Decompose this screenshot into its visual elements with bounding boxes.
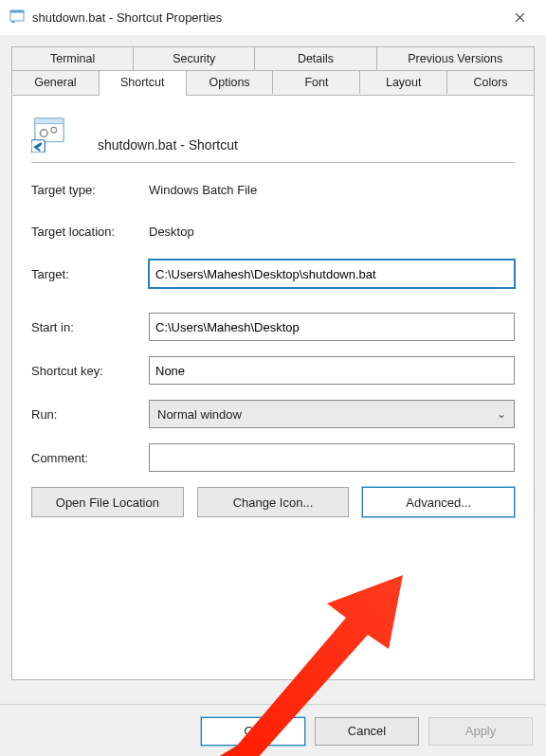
label-target: Target:	[31, 267, 149, 281]
close-icon	[515, 12, 525, 23]
advanced-button[interactable]: Advanced...	[362, 487, 515, 517]
tab-options[interactable]: Options	[186, 70, 274, 94]
apply-button[interactable]: Apply	[428, 717, 533, 746]
tab-panel-shortcut: shutdown.bat - Shortcut Target type: Win…	[11, 95, 535, 680]
start-in-input[interactable]	[149, 313, 515, 341]
ok-button[interactable]: OK	[201, 717, 305, 746]
tab-shortcut[interactable]: Shortcut	[99, 70, 187, 96]
svg-rect-3	[35, 118, 64, 124]
tab-strip: Terminal Security Details Previous Versi…	[11, 46, 535, 96]
dialog-body: Terminal Security Details Previous Versi…	[0, 35, 546, 704]
properties-dialog: shutdown.bat - Shortcut Properties Termi…	[0, 0, 546, 756]
open-file-location-button[interactable]: Open File Location	[31, 487, 184, 517]
shortcut-header: shutdown.bat - Shortcut	[31, 117, 515, 153]
tab-previous-versions[interactable]: Previous Versions	[376, 46, 535, 70]
cancel-button[interactable]: Cancel	[315, 717, 419, 746]
shortcut-name: shutdown.bat - Shortcut	[98, 137, 238, 153]
tab-colors[interactable]: Colors	[446, 70, 535, 94]
tab-details[interactable]: Details	[254, 46, 376, 70]
svg-rect-1	[10, 10, 24, 13]
shortcut-icon	[31, 117, 67, 153]
target-input[interactable]	[149, 260, 515, 288]
shortcut-key-input[interactable]	[149, 356, 515, 385]
label-start-in: Start in:	[31, 320, 149, 334]
value-target-type: Windows Batch File	[149, 183, 257, 197]
change-icon-button[interactable]: Change Icon...	[197, 487, 350, 517]
window-title: shutdown.bat - Shortcut Properties	[32, 10, 499, 25]
label-run: Run:	[31, 407, 149, 422]
dialog-footer: OK Cancel Apply	[0, 704, 546, 756]
tab-layout[interactable]: Layout	[359, 70, 447, 94]
label-comment: Comment:	[31, 451, 149, 465]
run-select[interactable]: Normal window ⌄	[149, 400, 515, 428]
label-target-location: Target location:	[31, 225, 149, 239]
label-shortcut-key: Shortcut key:	[31, 364, 149, 378]
tab-general[interactable]: General	[11, 70, 100, 94]
run-select-value: Normal window	[157, 407, 242, 422]
label-target-type: Target type:	[31, 183, 149, 197]
shortcut-actions: Open File Location Change Icon... Advanc…	[31, 487, 515, 517]
window-icon	[9, 9, 25, 25]
tab-font[interactable]: Font	[272, 70, 360, 94]
chevron-down-icon: ⌄	[497, 407, 506, 421]
close-button[interactable]	[499, 3, 540, 31]
tab-security[interactable]: Security	[133, 46, 255, 70]
comment-input[interactable]	[149, 443, 515, 472]
tab-terminal[interactable]: Terminal	[11, 46, 134, 70]
titlebar: shutdown.bat - Shortcut Properties	[0, 0, 546, 35]
value-target-location: Desktop	[149, 225, 194, 239]
separator	[31, 162, 515, 163]
